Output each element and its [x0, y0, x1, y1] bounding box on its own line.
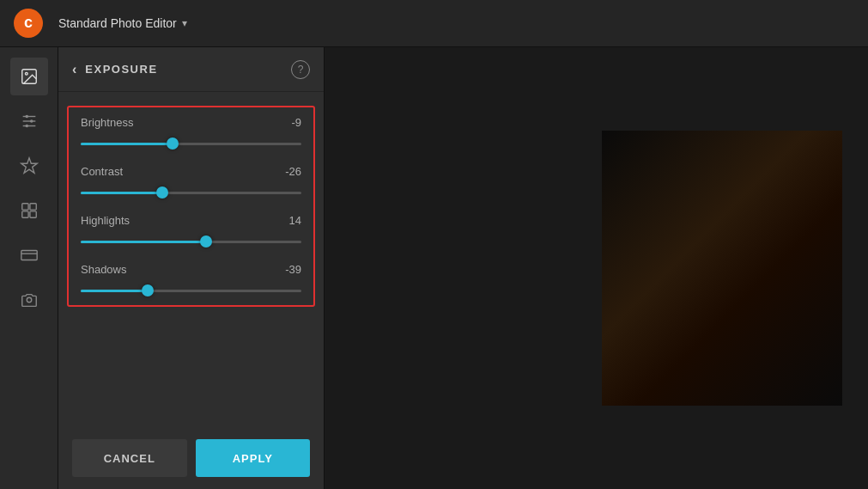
back-icon: ‹: [72, 62, 76, 77]
contrast-row: Contrast -26: [81, 165, 301, 199]
svg-rect-14: [21, 251, 36, 260]
apply-button[interactable]: APPLY: [196, 439, 311, 477]
contrast-label: Contrast: [81, 165, 123, 178]
sidebar-icon-frames[interactable]: [10, 236, 48, 274]
panel-title: EXPOSURE: [85, 63, 157, 76]
sidebar-icon-effects[interactable]: [10, 147, 48, 185]
highlights-label: Highlights: [81, 214, 130, 227]
app-title-label: Standard Photo Editor: [58, 16, 177, 30]
panel-header: ‹ EXPOSURE ?: [58, 47, 324, 92]
chevron-down-icon: ▾: [182, 17, 187, 29]
brightness-label: Brightness: [81, 116, 133, 129]
brightness-slider[interactable]: [81, 138, 301, 150]
svg-rect-11: [29, 204, 35, 210]
sidebar-icon-layers[interactable]: [10, 192, 48, 229]
shadows-slider[interactable]: [81, 284, 301, 296]
back-button[interactable]: ‹ EXPOSURE: [72, 62, 158, 77]
panel-buttons: CANCEL APPLY: [58, 427, 324, 489]
highlights-slider[interactable]: [81, 235, 301, 248]
brightness-row: Brightness -9: [81, 116, 301, 150]
svg-point-16: [27, 297, 32, 303]
sidebar-icon-adjustments[interactable]: [10, 102, 48, 140]
svg-rect-12: [21, 211, 27, 217]
highlights-row: Highlights 14: [81, 214, 301, 248]
help-label: ?: [298, 64, 304, 76]
shadows-label: Shadows: [81, 263, 126, 276]
cancel-button[interactable]: CANCEL: [72, 439, 187, 477]
svg-point-9: [25, 125, 28, 128]
svg-point-8: [29, 119, 33, 123]
highlights-value: 14: [289, 214, 301, 227]
sliders-container: Brightness -9 Contrast -26: [58, 92, 324, 427]
photo-area: [325, 47, 868, 489]
app-title-button[interactable]: Standard Photo Editor ▾: [58, 16, 187, 30]
contrast-value: -26: [285, 165, 301, 178]
topbar: c Standard Photo Editor ▾: [0, 0, 868, 47]
contrast-slider[interactable]: [81, 186, 301, 199]
main-area: ‹ EXPOSURE ? Brightness -9: [0, 47, 868, 489]
logo-icon: c: [14, 9, 43, 38]
svg-text:c: c: [24, 14, 33, 31]
icon-sidebar: [0, 47, 58, 489]
photo-preview: [602, 131, 842, 406]
sidebar-icon-image[interactable]: [10, 58, 48, 95]
svg-rect-10: [21, 204, 27, 210]
help-button[interactable]: ?: [291, 60, 310, 79]
shadows-value: -39: [285, 263, 301, 276]
shadows-row: Shadows -39: [81, 263, 301, 296]
slider-group: Brightness -9 Contrast -26: [67, 106, 315, 307]
svg-point-7: [25, 115, 28, 119]
exposure-panel: ‹ EXPOSURE ? Brightness -9: [58, 47, 325, 489]
svg-point-3: [25, 72, 27, 75]
svg-rect-13: [29, 211, 35, 217]
brightness-value: -9: [291, 116, 301, 129]
sidebar-icon-camera[interactable]: [10, 281, 48, 319]
